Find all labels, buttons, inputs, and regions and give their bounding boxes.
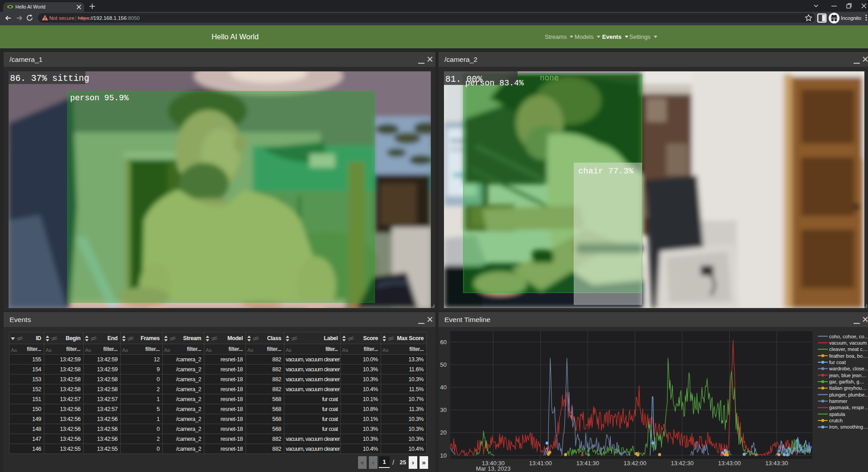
svg-text:person 83.4%: person 83.4% — [465, 79, 524, 88]
svg-text:chair 77.3%: chair 77.3% — [578, 167, 634, 176]
svg-text:none: none — [540, 74, 559, 83]
svg-text:person 95.9%: person 95.9% — [70, 93, 129, 103]
svg-text:86. 37% sitting: 86. 37% sitting — [10, 74, 90, 84]
